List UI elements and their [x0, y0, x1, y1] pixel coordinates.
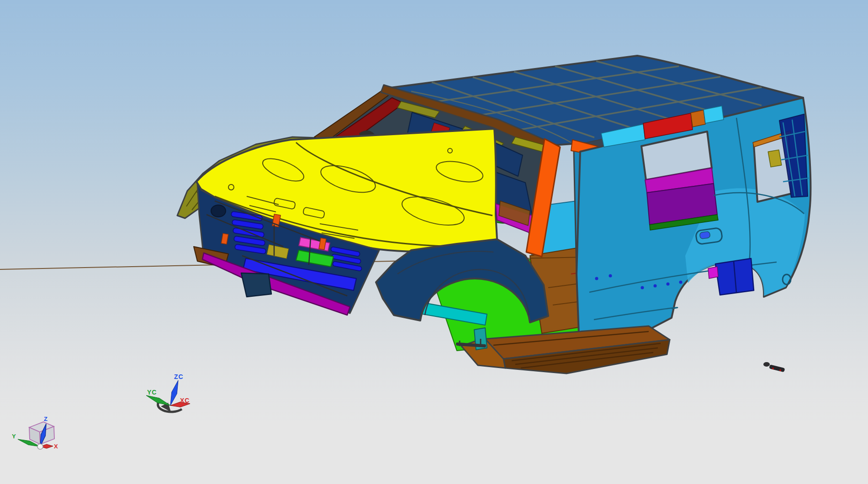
cantrail-orange-bit[interactable] [691, 110, 705, 127]
wcs-z-axis[interactable] [170, 380, 178, 405]
loose-bracket-parts[interactable] [763, 362, 785, 372]
viewport-canvas[interactable]: ZC YC XC Z Y X [0, 0, 868, 484]
wcs-triad[interactable]: ZC YC XC [146, 373, 190, 412]
quarter-window-bracket-olive[interactable] [768, 150, 782, 167]
tow-bracket-navy[interactable] [241, 273, 271, 297]
abs-x-label: X [54, 443, 58, 450]
rear-door-window[interactable] [641, 132, 718, 230]
wcs-x-label: XC [180, 397, 190, 404]
abs-triad[interactable]: Z Y X [12, 416, 58, 450]
abs-z-label: Z [44, 416, 48, 422]
abs-y-label: Y [12, 433, 16, 440]
wheelhouse-magenta-bit[interactable] [708, 267, 718, 279]
abs-origin-sphere[interactable] [37, 444, 43, 449]
headlamp-opening[interactable] [211, 205, 226, 217]
wcs-y-label: YC [147, 389, 157, 396]
car-body-model[interactable] [0, 56, 810, 374]
rear-wheelhouse-inner[interactable] [708, 258, 754, 295]
wcs-z-label: ZC [174, 373, 184, 380]
abs-origin-sphere-glint [38, 445, 40, 447]
rear-body-side[interactable] [577, 98, 810, 346]
